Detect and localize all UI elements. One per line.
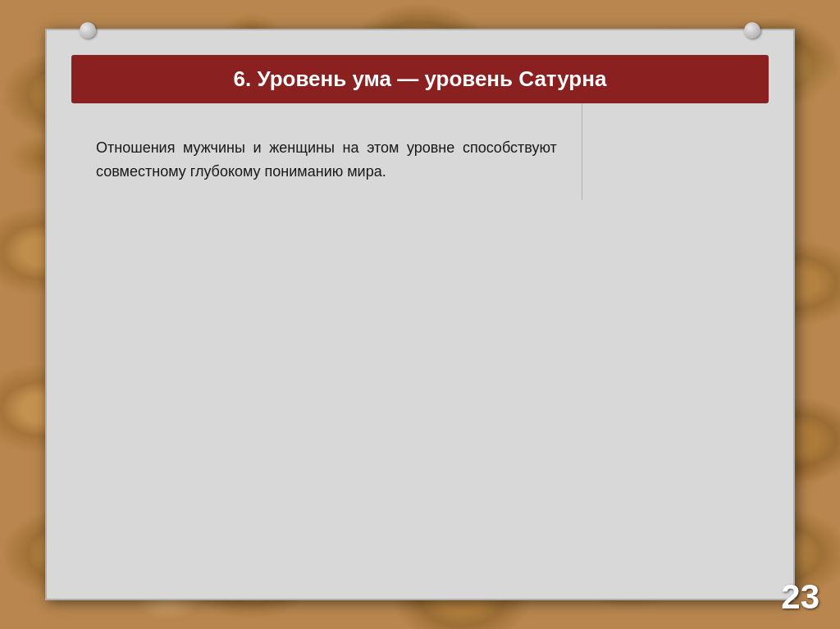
side-area bbox=[582, 103, 769, 200]
title-bar: 6. Уровень ума — уровень Сатурна bbox=[71, 55, 769, 103]
pin-top-right bbox=[744, 22, 760, 39]
pin-top-left bbox=[80, 22, 96, 39]
body-text: Отношения мужчины и женщины на этом уров… bbox=[96, 136, 557, 184]
slide-container: 6. Уровень ума — уровень Сатурна Отношен… bbox=[45, 29, 795, 600]
page-number: 23 bbox=[781, 577, 819, 617]
main-content: Отношения мужчины и женщины на этом уров… bbox=[71, 103, 582, 200]
slide-title: 6. Уровень ума — уровень Сатурна bbox=[88, 66, 752, 92]
content-area: Отношения мужчины и женщины на этом уров… bbox=[71, 103, 769, 200]
